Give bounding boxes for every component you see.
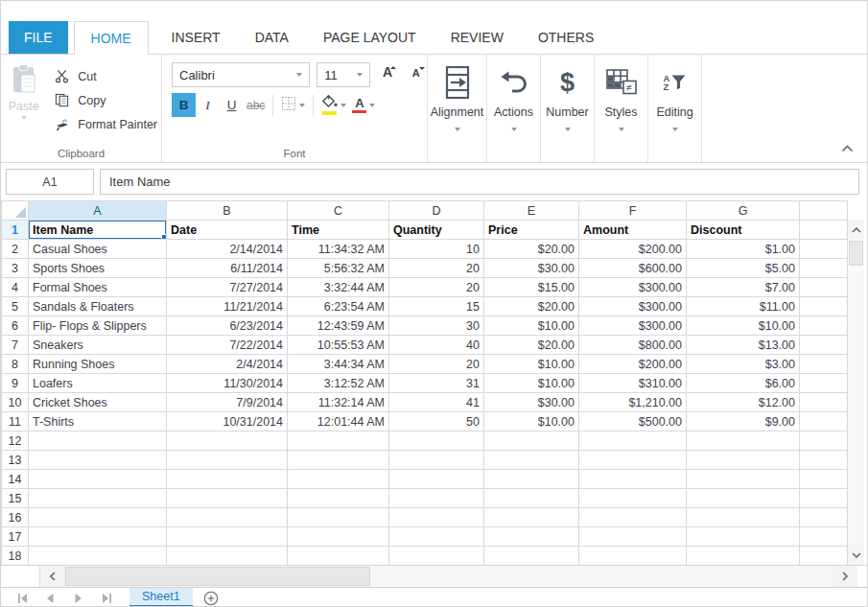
cell-e4[interactable]: $15.00 [484, 278, 579, 297]
tab-page-layout[interactable]: PAGE LAYOUT [306, 21, 434, 54]
cell-b15[interactable] [167, 489, 288, 508]
cell-partial-1[interactable] [800, 221, 848, 240]
cell-g8[interactable]: $3.00 [687, 355, 800, 374]
cell-d11[interactable]: 50 [389, 412, 484, 432]
cell-a17[interactable] [29, 527, 167, 547]
formula-bar-input[interactable]: Item Name [100, 169, 859, 195]
cell-a4[interactable]: Formal Shoes [29, 278, 167, 297]
cell-a14[interactable] [29, 470, 167, 489]
cell-partial-10[interactable] [800, 393, 848, 412]
cell-d4[interactable]: 20 [389, 278, 484, 297]
cell-partial-18[interactable] [800, 547, 848, 566]
cell-e13[interactable] [484, 451, 579, 470]
cell-a7[interactable]: Sneakers [29, 336, 167, 355]
cell-a13[interactable] [29, 451, 167, 470]
cell-partial-14[interactable] [800, 470, 848, 489]
cell-c11[interactable]: 12:01:44 AM [288, 412, 389, 432]
cell-b12[interactable] [167, 432, 288, 451]
horizontal-scrollbar[interactable] [39, 566, 857, 587]
format-painter-button[interactable]: Format Painter [50, 112, 161, 136]
cell-f14[interactable] [579, 470, 687, 489]
cell-f2[interactable]: $200.00 [579, 240, 687, 259]
cell-b10[interactable]: 7/9/2014 [167, 393, 288, 412]
column-header-a[interactable]: A [29, 201, 167, 221]
cell-g2[interactable]: $1.00 [687, 240, 800, 259]
cell-partial-17[interactable] [800, 527, 848, 547]
cell-b14[interactable] [167, 470, 288, 489]
tab-data[interactable]: DATA [238, 21, 306, 54]
vertical-scrollbar[interactable] [847, 200, 864, 565]
cell-c12[interactable] [288, 432, 389, 451]
cell-d3[interactable]: 20 [389, 259, 484, 278]
cell-g6[interactable]: $10.00 [687, 316, 800, 336]
font-color-button[interactable]: A [349, 93, 378, 117]
copy-button[interactable]: Copy [50, 88, 161, 112]
cell-a2[interactable]: Casual Shoes [29, 240, 167, 259]
vertical-scroll-track[interactable] [848, 267, 864, 545]
cell-b17[interactable] [167, 527, 288, 547]
cell-b8[interactable]: 2/4/2014 [167, 355, 288, 374]
cell-e6[interactable]: $10.00 [484, 316, 579, 336]
cell-c2[interactable]: 11:34:32 AM [288, 240, 389, 259]
cell-d18[interactable] [389, 547, 484, 566]
cell-e16[interactable] [484, 508, 579, 527]
cell-partial-15[interactable] [800, 489, 848, 508]
row-header-1[interactable]: 1 [2, 221, 29, 240]
cell-g16[interactable] [687, 508, 800, 527]
tab-home[interactable]: HOME [74, 21, 149, 55]
row-header-12[interactable]: 12 [2, 432, 29, 451]
cell-partial-5[interactable] [800, 297, 848, 316]
cell-a10[interactable]: Cricket Shoes [29, 393, 167, 412]
cell-c8[interactable]: 3:44:34 AM [288, 355, 389, 374]
tab-others[interactable]: OTHERS [521, 21, 611, 54]
cell-a18[interactable] [29, 547, 167, 566]
cell-c6[interactable]: 12:43:59 AM [288, 316, 389, 336]
cell-d1[interactable]: Quantity [389, 221, 484, 240]
editing-button[interactable]: AZ Editing [648, 55, 702, 162]
cell-b9[interactable]: 11/30/2014 [167, 374, 288, 393]
sheet-tab-sheet1[interactable]: Sheet1 [129, 588, 193, 607]
number-button[interactable]: $ Number [541, 55, 595, 162]
cell-b7[interactable]: 7/22/2014 [167, 336, 288, 355]
cell-b11[interactable]: 10/31/2014 [167, 412, 288, 432]
cell-partial-7[interactable] [800, 336, 848, 355]
cell-b3[interactable]: 6/11/2014 [167, 259, 288, 278]
cell-g14[interactable] [687, 470, 800, 489]
cell-f7[interactable]: $800.00 [579, 336, 687, 355]
cell-e3[interactable]: $30.00 [484, 259, 579, 278]
next-sheet-button[interactable] [64, 588, 92, 607]
row-header-4[interactable]: 4 [2, 278, 29, 297]
scroll-up-button[interactable] [848, 220, 864, 240]
cell-g1[interactable]: Discount [687, 221, 800, 240]
row-header-13[interactable]: 13 [2, 451, 29, 470]
select-all-corner[interactable] [2, 201, 29, 221]
cell-f5[interactable]: $300.00 [579, 297, 687, 316]
row-header-17[interactable]: 17 [2, 527, 29, 547]
cell-c4[interactable]: 3:32:44 AM [288, 278, 389, 297]
row-header-16[interactable]: 16 [2, 508, 29, 527]
cell-g13[interactable] [687, 451, 800, 470]
cell-d2[interactable]: 10 [389, 240, 484, 259]
cell-c18[interactable] [288, 547, 389, 566]
column-header-f[interactable]: F [579, 201, 687, 221]
column-header-d[interactable]: D [389, 201, 484, 221]
cell-c3[interactable]: 5:56:32 AM [288, 259, 389, 278]
font-name-select[interactable]: Calibri [172, 62, 310, 87]
cell-f10[interactable]: $1,210.00 [579, 393, 687, 412]
cell-d8[interactable]: 20 [389, 355, 484, 374]
cell-d7[interactable]: 40 [389, 336, 484, 355]
cell-b2[interactable]: 2/14/2014 [167, 240, 288, 259]
cell-a11[interactable]: T-Shirts [29, 412, 167, 432]
cell-e7[interactable]: $20.00 [484, 336, 579, 355]
previous-sheet-button[interactable] [36, 588, 64, 607]
cell-a16[interactable] [29, 508, 167, 527]
add-sheet-button[interactable] [203, 588, 219, 607]
cell-d10[interactable]: 41 [389, 393, 484, 412]
cell-f6[interactable]: $300.00 [579, 316, 687, 336]
bold-button[interactable]: B [172, 93, 196, 117]
cell-a1[interactable]: Item Name [29, 221, 167, 240]
row-header-5[interactable]: 5 [2, 297, 29, 316]
last-sheet-button[interactable] [92, 588, 120, 607]
row-header-2[interactable]: 2 [2, 240, 29, 259]
cell-c7[interactable]: 10:55:53 AM [288, 336, 389, 355]
